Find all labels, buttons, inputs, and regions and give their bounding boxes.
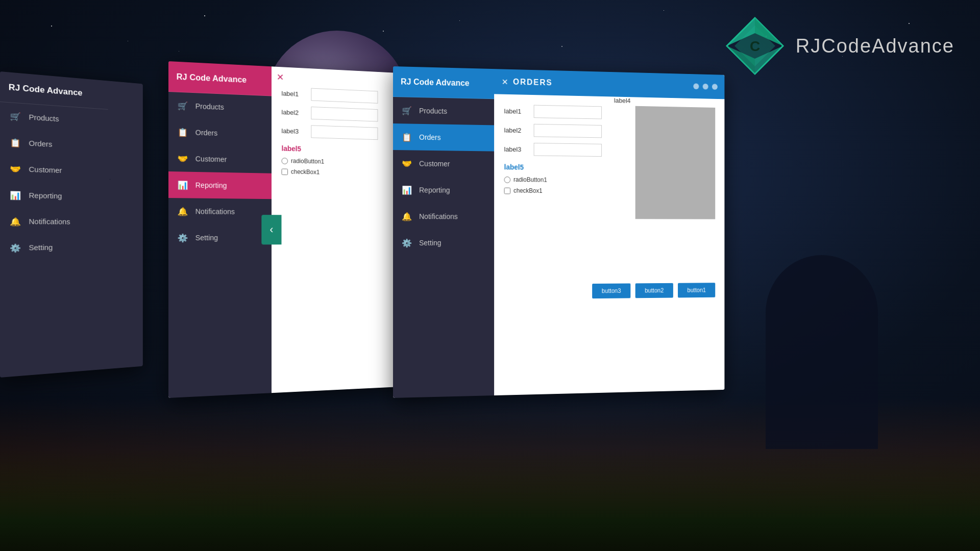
notifications-icon-3: 🔔 xyxy=(401,210,413,222)
sidebar-1-item-setting[interactable]: ⚙️ Setting xyxy=(0,235,108,261)
products-label-3: Products xyxy=(419,107,447,115)
form-input-2[interactable] xyxy=(311,107,378,122)
sidebar-3-item-customer[interactable]: 🤝 Customer xyxy=(393,150,494,178)
sidebar-2-item-setting[interactable]: ⚙️ Setting xyxy=(168,224,272,251)
sidebar-1-item-orders[interactable]: 📋 Orders xyxy=(0,129,108,160)
panel-3-btn-row: button3 button2 button1 xyxy=(504,283,716,299)
sidebar-3-item-setting[interactable]: ⚙️ Setting xyxy=(393,230,494,256)
products-icon-3: 🛒 xyxy=(401,104,413,116)
panel-3-header-left: ✕ ORDERS xyxy=(502,77,553,88)
customer-icon: 🤝 xyxy=(9,163,22,176)
sidebar-2-item-reporting[interactable]: 📊 Reporting xyxy=(168,171,272,199)
panel-2-header: RJ Code Advance xyxy=(168,61,272,96)
customer-label-3: Customer xyxy=(419,160,450,168)
radio-label-1: radioButton1 xyxy=(291,158,324,165)
panel-1: RJ Code Advance 🛒 Products 📋 Orders 🤝 Cu… xyxy=(0,71,143,378)
sidebar-3-item-reporting[interactable]: 📊 Reporting xyxy=(393,177,494,204)
panel-2-close-button[interactable]: ✕ xyxy=(277,71,284,83)
orders-label-2: Orders xyxy=(195,129,218,137)
panel-3-button2[interactable]: button2 xyxy=(635,283,673,298)
checkbox-label-1: checkBox1 xyxy=(291,168,320,176)
panel-3-inner: RJ Code Advance 🛒 Products 📋 Orders 🤝 Cu… xyxy=(393,66,724,398)
panel-2-sidebar: RJ Code Advance 🛒 Products 📋 Orders 🤝 Cu… xyxy=(168,61,272,398)
form-input-3[interactable] xyxy=(311,125,378,140)
panel-2-title: RJ Code Advance xyxy=(177,72,247,84)
customer-label-2: Customer xyxy=(195,155,227,163)
checkbox-1[interactable] xyxy=(281,168,288,175)
window-dot-2 xyxy=(703,84,708,90)
ground-decoration xyxy=(0,449,980,551)
brand-area: C RJCodeAdvance xyxy=(724,15,954,77)
orders-label-3: Orders xyxy=(419,133,441,142)
panel-3-button3[interactable]: button3 xyxy=(592,283,630,298)
customer-icon-2: 🤝 xyxy=(177,152,189,164)
panel-1-sidebar: RJ Code Advance 🛒 Products 📋 Orders 🤝 Cu… xyxy=(0,71,108,378)
panel-3-content: ✕ ORDERS label1 xyxy=(494,69,724,395)
checkbox-3[interactable] xyxy=(504,187,511,194)
setting-icon-3: ⚙️ xyxy=(401,237,413,249)
brand-logo: C xyxy=(724,15,786,77)
form-3-input-1[interactable] xyxy=(534,105,602,119)
panel-3-header: RJ Code Advance xyxy=(393,66,494,99)
panel-3-form: label1 label2 label3 label5 radioB xyxy=(494,94,724,309)
orders-label: Orders xyxy=(29,139,52,148)
notifications-label-3: Notifications xyxy=(419,212,458,220)
close-icon-2: ✕ xyxy=(277,72,284,82)
panel-3-button1[interactable]: button1 xyxy=(678,283,715,297)
sidebar-1-item-reporting[interactable]: 📊 Reporting xyxy=(0,182,108,210)
form-3-input-2[interactable] xyxy=(534,124,602,138)
reporting-label-2: Reporting xyxy=(195,181,227,190)
sidebar-2-item-customer[interactable]: 🤝 Customer xyxy=(168,145,272,173)
panel-1-title: RJ Code Advance xyxy=(9,83,83,97)
chevron-left-icon: ‹ xyxy=(270,223,273,236)
panel-3-close-button[interactable]: ✕ xyxy=(502,77,508,87)
notifications-icon: 🔔 xyxy=(9,215,22,228)
sidebar-1-item-notifications[interactable]: 🔔 Notifications xyxy=(0,208,108,235)
form-3-label-3: label3 xyxy=(504,145,529,153)
radio-button-3[interactable] xyxy=(504,177,511,183)
sidebar-1-item-customer[interactable]: 🤝 Customer xyxy=(0,155,108,185)
panel-3: RJ Code Advance 🛒 Products 📋 Orders 🤝 Cu… xyxy=(393,66,724,398)
reporting-icon-3: 📊 xyxy=(401,184,413,196)
back-arrow-button[interactable]: ‹ xyxy=(261,215,281,244)
notifications-icon-2: 🔔 xyxy=(177,205,189,217)
setting-icon-2: ⚙️ xyxy=(177,232,189,244)
window-controls xyxy=(693,83,717,90)
image-placeholder xyxy=(635,106,716,219)
reporting-label: Reporting xyxy=(29,191,62,200)
notifications-label: Notifications xyxy=(29,217,70,226)
sidebar-2-item-products[interactable]: 🛒 Products xyxy=(168,92,272,122)
close-icon-3: ✕ xyxy=(502,78,508,86)
form-3-label-2: label2 xyxy=(504,126,529,134)
checkbox-label-3: checkBox1 xyxy=(513,187,543,194)
setting-label-2: Setting xyxy=(195,234,218,242)
form-input-1[interactable] xyxy=(311,88,378,104)
radio-label-3: radioButton1 xyxy=(513,176,547,183)
panels-container: RJ Code Advance 🛒 Products 📋 Orders 🤝 Cu… xyxy=(0,61,980,418)
products-label-2: Products xyxy=(195,102,224,111)
notifications-label-2: Notifications xyxy=(195,207,235,215)
form-3-label-1: label1 xyxy=(504,107,529,115)
panel-1-inner: RJ Code Advance 🛒 Products 📋 Orders 🤝 Cu… xyxy=(0,71,143,378)
products-icon: 🛒 xyxy=(9,110,22,122)
label4: label4 xyxy=(614,97,631,105)
sidebar-2-item-orders[interactable]: 📋 Orders xyxy=(168,118,272,147)
setting-icon: ⚙️ xyxy=(9,242,22,254)
reporting-icon: 📊 xyxy=(9,189,22,201)
radio-button-1[interactable] xyxy=(281,158,288,164)
customer-icon-3: 🤝 xyxy=(401,157,413,169)
form-label-2: label2 xyxy=(281,108,306,116)
setting-label: Setting xyxy=(29,243,53,252)
form-3-input-3[interactable] xyxy=(534,143,602,157)
orders-icon: 📋 xyxy=(9,136,22,149)
reporting-label-3: Reporting xyxy=(419,186,450,194)
products-icon-2: 🛒 xyxy=(177,99,189,112)
panel-3-title: RJ Code Advance xyxy=(401,77,470,88)
sidebar-2-item-notifications[interactable]: 🔔 Notifications xyxy=(168,198,272,225)
sidebar-3-item-products[interactable]: 🛒 Products xyxy=(393,97,494,125)
window-dot-1 xyxy=(693,83,699,89)
panel-3-sidebar: RJ Code Advance 🛒 Products 📋 Orders 🤝 Cu… xyxy=(393,66,494,398)
sidebar-3-item-orders[interactable]: 📋 Orders xyxy=(393,123,494,152)
orders-page-title: ORDERS xyxy=(513,78,553,87)
sidebar-3-item-notifications[interactable]: 🔔 Notifications xyxy=(393,203,494,230)
